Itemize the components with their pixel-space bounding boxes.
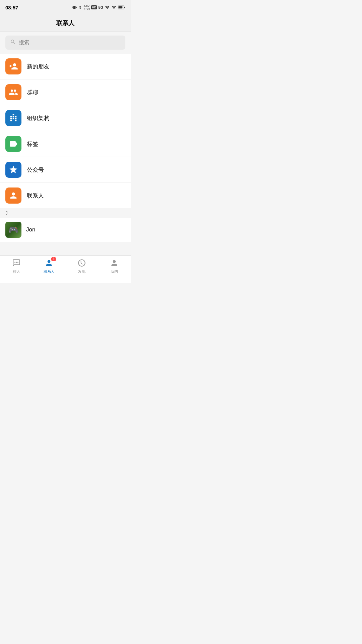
nav-item-chat[interactable]: 聊天 (0, 258, 33, 274)
svg-point-5 (17, 262, 18, 263)
chat-nav-icon (12, 258, 21, 268)
menu-item-tags[interactable]: 标签 (0, 131, 131, 157)
contacts-nav-icon: 1 (44, 258, 54, 268)
contacts-label: 联系人 (27, 192, 44, 200)
status-time: 08:57 (5, 5, 18, 10)
menu-list: 新的朋友 群聊 组织架构 (0, 54, 131, 208)
signal-icon (105, 5, 110, 10)
new-friends-icon (5, 58, 21, 74)
hd-icon: HD (91, 5, 97, 9)
svg-rect-1 (124, 7, 125, 8)
page-header: 联系人 (0, 15, 131, 32)
tags-icon (5, 136, 21, 152)
nav-item-contacts[interactable]: 1 联系人 (33, 258, 66, 274)
network-speed: 4.80KB/s (83, 4, 90, 11)
nav-item-me[interactable]: 我的 (98, 258, 131, 274)
vibrate-icon (72, 5, 77, 10)
battery-icon (118, 5, 125, 9)
5g-icon: 5G (98, 5, 103, 9)
svg-point-3 (14, 262, 15, 263)
page-title: 联系人 (56, 19, 74, 27)
bottom-nav: 聊天 1 联系人 发现 我的 (0, 255, 131, 283)
svg-rect-2 (118, 6, 122, 8)
wifi-icon (111, 5, 117, 10)
bluetooth-icon (78, 5, 82, 10)
search-container (0, 32, 131, 54)
status-icons: 4.80KB/s HD 5G (72, 4, 125, 11)
contacts-nav-label: 联系人 (44, 269, 55, 274)
org-structure-icon (5, 110, 21, 126)
search-bar[interactable] (5, 36, 125, 50)
menu-item-contacts[interactable]: 联系人 (0, 183, 131, 208)
contact-item-jon[interactable]: Jon (0, 218, 131, 242)
section-header-j: J (0, 208, 131, 218)
contacts-icon (5, 187, 21, 204)
svg-point-4 (16, 262, 17, 263)
me-nav-icon (110, 258, 119, 268)
menu-item-public-accounts[interactable]: 公众号 (0, 157, 131, 183)
contact-avatar-jon (5, 222, 21, 238)
public-accounts-label: 公众号 (27, 166, 44, 174)
nav-item-discover[interactable]: 发现 (65, 258, 98, 274)
menu-item-org-structure[interactable]: 组织架构 (0, 105, 131, 131)
tags-label: 标签 (27, 140, 38, 148)
chat-nav-label: 聊天 (13, 269, 20, 274)
menu-item-group-chat[interactable]: 群聊 (0, 79, 131, 105)
search-input[interactable] (19, 40, 121, 46)
search-icon (10, 39, 16, 46)
menu-item-new-friends[interactable]: 新的朋友 (0, 54, 131, 79)
me-nav-label: 我的 (111, 269, 118, 274)
status-bar: 08:57 4.80KB/s HD 5G (0, 0, 131, 15)
new-friends-label: 新的朋友 (27, 63, 50, 70)
main-content: 新的朋友 群聊 组织架构 (0, 32, 131, 255)
public-accounts-icon (5, 162, 21, 178)
discover-nav-label: 发现 (78, 269, 85, 274)
discover-nav-icon (77, 258, 86, 268)
group-chat-icon (5, 84, 21, 100)
contacts-nav-badge: 1 (51, 257, 56, 261)
contact-name-jon: Jon (26, 226, 35, 233)
group-chat-label: 群聊 (27, 89, 38, 96)
org-structure-label: 组织架构 (27, 114, 50, 122)
